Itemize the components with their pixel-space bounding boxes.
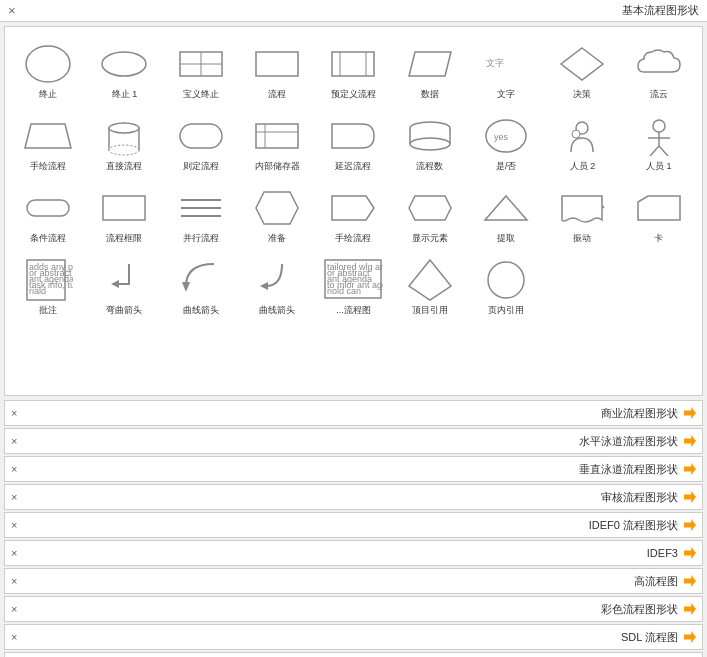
shape-cylinder[interactable]: 直接流程: [87, 105, 161, 175]
list-item-idef0[interactable]: × IDEF0 流程图形状: [4, 512, 703, 538]
svg-marker-12: [25, 124, 71, 148]
close-icon-audit[interactable]: ×: [11, 491, 17, 503]
shapes-panel: 终止 终止 1 宝义终止 流程 预定义流程: [4, 26, 703, 396]
svg-marker-40: [332, 196, 374, 220]
expand-icon-horizontal[interactable]: [684, 435, 696, 447]
expand-icon-idef3[interactable]: [684, 547, 696, 559]
shape-page-ref[interactable]: 顶目引用: [393, 249, 467, 319]
close-icon-vertical[interactable]: ×: [11, 463, 17, 475]
close-button[interactable]: ×: [8, 3, 16, 18]
shape-cloud[interactable]: 流云: [622, 33, 696, 103]
svg-point-1: [102, 52, 146, 76]
shape-process[interactable]: 流程: [240, 33, 314, 103]
list-item-horizontal[interactable]: × 水平泳道流程图形状: [4, 428, 703, 454]
expand-icon-sdl[interactable]: [684, 631, 696, 643]
expand-icon-colorflow[interactable]: [684, 603, 696, 615]
title-bar: × 基本流程图形状: [0, 0, 707, 22]
expand-icon-vertical[interactable]: [684, 463, 696, 475]
list-item-bookflow[interactable]: × 书本流程图: [4, 652, 703, 657]
shape-rounded-end[interactable]: 条件流程: [11, 177, 85, 247]
svg-point-15: [109, 145, 139, 155]
svg-text:yes: yes: [494, 132, 509, 142]
svg-point-28: [572, 130, 580, 138]
list-item-label-highflow: 高流程图: [634, 574, 678, 589]
list-item-label-idef3: IDEF3: [647, 547, 678, 559]
list-item-label-business: 商业流程图形状: [601, 406, 678, 421]
shape-circle[interactable]: 终止: [11, 33, 85, 103]
shape-note[interactable]: adds any pict or abstract ant agenda tas…: [11, 249, 85, 319]
list-item-colorflow[interactable]: × 彩色流程图形状: [4, 596, 703, 622]
title-bar-title: 基本流程图形状: [622, 3, 699, 18]
svg-rect-17: [256, 124, 298, 148]
svg-point-60: [488, 262, 524, 298]
svg-marker-51: [182, 282, 190, 292]
expand-icon-idef0[interactable]: [684, 519, 696, 531]
list-item-idef3[interactable]: × IDEF3: [4, 540, 703, 566]
shape-person1[interactable]: 人员 1: [622, 105, 696, 175]
close-icon-idef0[interactable]: ×: [11, 519, 17, 531]
expand-icon-business[interactable]: [684, 407, 696, 419]
svg-rect-16: [180, 124, 222, 148]
shape-person2[interactable]: 人员 2: [545, 105, 619, 175]
svg-point-14: [109, 123, 139, 133]
shape-trapezoid[interactable]: 手绘流程: [11, 105, 85, 175]
shape-data[interactable]: 数据: [393, 33, 467, 103]
list-item-highflow[interactable]: × 高流程图: [4, 568, 703, 594]
svg-marker-59: [409, 260, 451, 300]
shape-parallel[interactable]: 并行流程: [164, 177, 238, 247]
svg-point-29: [653, 120, 665, 132]
title-bar-left: ×: [8, 3, 16, 18]
close-icon-horizontal[interactable]: ×: [11, 435, 17, 447]
svg-marker-41: [409, 196, 451, 220]
svg-point-24: [410, 138, 450, 150]
shape-wavy[interactable]: 振动: [545, 177, 619, 247]
close-icon-colorflow[interactable]: ×: [11, 603, 17, 615]
shape-bend-arrow[interactable]: 弯曲箭头: [87, 249, 161, 319]
shape-rounded[interactable]: 则定流程: [164, 105, 238, 175]
shape-extract[interactable]: 提取: [469, 177, 543, 247]
shape-rect[interactable]: 流程框限: [87, 177, 161, 247]
svg-rect-5: [256, 52, 298, 76]
svg-text:文字: 文字: [486, 58, 504, 68]
shapes-grid: 终止 终止 1 宝义终止 流程 预定义流程: [5, 27, 702, 325]
svg-line-33: [659, 146, 668, 156]
shape-delay[interactable]: 延迟流程: [316, 105, 390, 175]
expand-icon-highflow[interactable]: [684, 575, 696, 587]
svg-marker-11: [561, 48, 603, 80]
list-item-label-sdl: SDL 流程图: [621, 630, 678, 645]
shape-pentagon[interactable]: 手绘流程: [316, 177, 390, 247]
shape-decision[interactable]: 决策: [545, 33, 619, 103]
svg-marker-52: [260, 282, 268, 290]
shape-curve-arrow2[interactable]: 曲线箭头: [240, 249, 314, 319]
shape-inner-page-ref[interactable]: 页内引用: [469, 249, 543, 319]
list-item-label-audit: 审核流程图形状: [601, 490, 678, 505]
svg-line-32: [650, 146, 659, 156]
shape-card[interactable]: 卡: [622, 177, 696, 247]
shape-split[interactable]: 宝义终止: [164, 33, 238, 103]
shape-display[interactable]: 显示元素: [393, 177, 467, 247]
list-item-sdl[interactable]: × SDL 流程图: [4, 624, 703, 650]
list-item-business[interactable]: × 商业流程图形状: [4, 400, 703, 426]
shape-hexagon[interactable]: 准备: [240, 177, 314, 247]
svg-rect-35: [103, 196, 145, 220]
shape-curve-arrow[interactable]: 曲线箭头: [164, 249, 238, 319]
list-item-audit[interactable]: × 审核流程图形状: [4, 484, 703, 510]
shape-predefined[interactable]: 预定义流程: [316, 33, 390, 103]
svg-text:riald: riald: [29, 286, 46, 296]
shape-flow-chart-ref[interactable]: tailored wlg ante or abstract ant agenda…: [316, 249, 390, 319]
list-item-label-vertical: 垂直泳道流程图形状: [579, 462, 678, 477]
shape-oval[interactable]: 终止 1: [87, 33, 161, 103]
close-icon-idef3[interactable]: ×: [11, 547, 17, 559]
close-icon-business[interactable]: ×: [11, 407, 17, 419]
list-item-label-colorflow: 彩色流程图形状: [601, 602, 678, 617]
shape-internal-store[interactable]: 内部储存器: [240, 105, 314, 175]
list-item-vertical[interactable]: × 垂直泳道流程图形状: [4, 456, 703, 482]
shape-yes-no[interactable]: yes 是/否: [469, 105, 543, 175]
shape-text[interactable]: 文字 文字: [469, 33, 543, 103]
list-item-label-horizontal: 水平泳道流程图形状: [579, 434, 678, 449]
close-icon-highflow[interactable]: ×: [11, 575, 17, 587]
close-icon-sdl[interactable]: ×: [11, 631, 17, 643]
svg-marker-50: [111, 280, 119, 288]
shape-flow-data[interactable]: 流程数: [393, 105, 467, 175]
expand-icon-audit[interactable]: [684, 491, 696, 503]
